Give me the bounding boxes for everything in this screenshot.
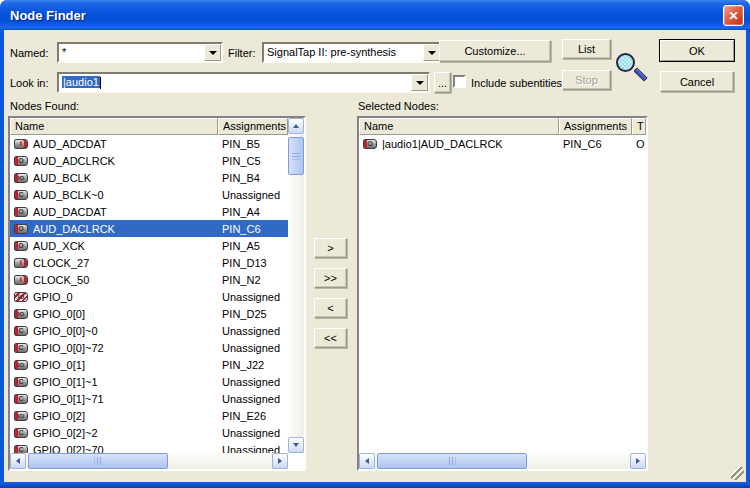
filter-label: Filter:: [228, 47, 256, 59]
node-name: AUD_DACLRCK: [33, 223, 218, 235]
look-in-value[interactable]: |audio1: [59, 74, 411, 91]
comb-node-icon: [13, 428, 29, 438]
list-button[interactable]: List: [562, 39, 611, 59]
named-combobox[interactable]: *: [57, 42, 223, 63]
named-dropdown-button[interactable]: [204, 44, 221, 61]
cancel-button[interactable]: Cancel: [660, 71, 734, 92]
bidir-pin-icon: [13, 360, 29, 370]
node-name: GPIO_0[0]~72: [33, 342, 218, 354]
table-row[interactable]: GPIO_0[2]~70 Unassigned: [10, 441, 288, 453]
table-row[interactable]: AUD_ADCLRCK PIN_C5: [10, 152, 288, 169]
table-row[interactable]: CLOCK_27 PIN_D13: [10, 254, 288, 271]
dialog-body: Named: * Filter: SignalTap II: pre-synth…: [4, 30, 746, 482]
node-name: CLOCK_50: [33, 274, 218, 286]
table-row[interactable]: GPIO_0[2]~2 Unassigned: [10, 424, 288, 441]
table-row[interactable]: AUD_BCLK~0 Unassigned: [10, 186, 288, 203]
table-row[interactable]: CLOCK_50 PIN_N2: [10, 271, 288, 288]
arrow-down-icon: [293, 443, 299, 450]
node-name: |audio1|AUD_DACLRCK: [382, 138, 559, 150]
table-row[interactable]: GPIO_0[0] PIN_D25: [10, 305, 288, 322]
column-header-type[interactable]: T: [632, 118, 646, 135]
node-name: AUD_ADCDAT: [33, 138, 218, 150]
node-assignment: Unassigned: [218, 325, 284, 337]
table-row[interactable]: AUD_ADCDAT PIN_B5: [10, 135, 288, 152]
comb-node-icon: [13, 377, 29, 387]
remove-all-nodes-button[interactable]: <<: [314, 328, 347, 348]
node-name: AUD_BCLK: [33, 172, 218, 184]
browse-button[interactable]: ...: [434, 72, 451, 93]
input-pin-icon: [13, 258, 29, 268]
node-name: GPIO_0[2]~2: [33, 427, 218, 439]
node-assignment: PIN_B5: [218, 138, 284, 150]
resize-grip[interactable]: [731, 467, 744, 480]
node-name: GPIO_0[2]: [33, 410, 218, 422]
node-name: GPIO_0[1]~1: [33, 376, 218, 388]
table-row[interactable]: GPIO_0[1]~1 Unassigned: [10, 373, 288, 390]
column-header-name[interactable]: Name: [359, 118, 559, 135]
table-row[interactable]: GPIO_0 Unassigned: [10, 288, 288, 305]
chevron-down-icon: [428, 51, 436, 59]
node-name: GPIO_0[0]: [33, 308, 218, 320]
column-header-assignments[interactable]: Assignments: [559, 118, 632, 135]
comb-node-icon: [13, 445, 29, 454]
table-row[interactable]: AUD_BCLK PIN_B4: [10, 169, 288, 186]
table-row[interactable]: GPIO_0[2] PIN_E26: [10, 407, 288, 424]
comb-node-icon: [13, 394, 29, 404]
filter-value[interactable]: SignalTap II: pre-synthesis: [264, 44, 423, 61]
scroll-left-button[interactable]: [10, 453, 26, 469]
node-assignment: PIN_B4: [218, 172, 284, 184]
node-assignment: Unassigned: [218, 393, 284, 405]
filter-combobox[interactable]: SignalTap II: pre-synthesis: [262, 42, 442, 63]
table-row[interactable]: GPIO_0[1]~71 Unassigned: [10, 390, 288, 407]
table-row[interactable]: AUD_DACLRCK PIN_C6: [10, 220, 288, 237]
table-row[interactable]: GPIO_0[0]~72 Unassigned: [10, 339, 288, 356]
ok-button[interactable]: OK: [659, 39, 735, 62]
include-subentities-label: Include subentities: [471, 77, 562, 89]
add-all-nodes-button[interactable]: >>: [314, 268, 347, 288]
close-button[interactable]: ✕: [723, 5, 744, 26]
table-row[interactable]: GPIO_0[0]~0 Unassigned: [10, 322, 288, 339]
table-row[interactable]: AUD_DACDAT PIN_A4: [10, 203, 288, 220]
scrollbar-thumb[interactable]: [377, 453, 527, 469]
titlebar[interactable]: Node Finder ✕: [0, 0, 750, 30]
table-row[interactable]: |audio1|AUD_DACLRCK PIN_C6 O: [359, 135, 646, 152]
horizontal-scrollbar[interactable]: [359, 453, 646, 469]
filter-dropdown-button[interactable]: [423, 44, 440, 61]
scroll-up-button[interactable]: [288, 118, 304, 134]
table-row[interactable]: AUD_XCK PIN_A5: [10, 237, 288, 254]
vertical-scrollbar[interactable]: [288, 118, 304, 453]
close-icon: ✕: [728, 9, 738, 23]
thumb-grip: [292, 153, 300, 160]
scrollbar-thumb[interactable]: [28, 453, 168, 469]
magnifier-handle: [633, 67, 647, 81]
include-subentities-checkbox[interactable]: [453, 75, 466, 88]
selected-nodes-rows: |audio1|AUD_DACLRCK PIN_C6 O: [359, 135, 646, 453]
node-assignment: PIN_D13: [218, 257, 284, 269]
window-bottom-border: [0, 482, 750, 488]
table-row[interactable]: GPIO_0[1] PIN_J22: [10, 356, 288, 373]
arrow-up-icon: [293, 121, 299, 128]
node-name: GPIO_0[1]: [33, 359, 218, 371]
node-assignment: PIN_N2: [218, 274, 284, 286]
node-assignment: Unassigned: [218, 342, 284, 354]
scrollbar-thumb[interactable]: [288, 137, 304, 175]
look-in-dropdown-button[interactable]: [411, 74, 428, 91]
bidir-pin-icon: [13, 309, 29, 319]
scroll-left-button[interactable]: [359, 453, 375, 469]
window-title: Node Finder: [0, 8, 86, 23]
comb-node-icon: [13, 326, 29, 336]
named-value[interactable]: *: [59, 44, 204, 61]
thumb-grip: [95, 457, 102, 465]
remove-node-button[interactable]: <: [314, 298, 347, 318]
scroll-right-button[interactable]: [272, 453, 288, 469]
horizontal-scrollbar[interactable]: [10, 453, 288, 469]
input-pin-icon: [13, 139, 29, 149]
scroll-right-button[interactable]: [630, 453, 646, 469]
node-name: AUD_BCLK~0: [33, 189, 218, 201]
scroll-down-button[interactable]: [288, 437, 304, 453]
look-in-combobox[interactable]: |audio1: [57, 72, 430, 93]
customize-button[interactable]: Customize...: [439, 40, 551, 62]
add-node-button[interactable]: >: [314, 238, 347, 258]
column-header-assignments[interactable]: Assignments: [218, 118, 288, 135]
column-header-name[interactable]: Name: [10, 118, 218, 135]
